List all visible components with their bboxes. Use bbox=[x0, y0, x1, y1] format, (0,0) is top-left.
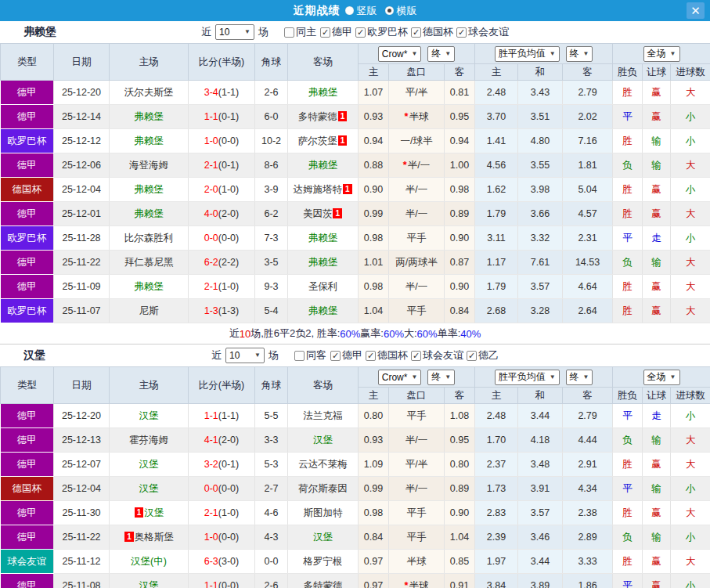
result-goals: 大 bbox=[671, 202, 710, 226]
team-link[interactable]: 汉堡 bbox=[139, 483, 159, 494]
league-filter-0[interactable]: ✓德甲 bbox=[320, 25, 352, 39]
team-link[interactable]: 弗赖堡 bbox=[308, 160, 338, 171]
league-checkbox[interactable]: ✓ bbox=[467, 351, 477, 361]
league-filters: ✓德甲✓欧罗巴杯✓德国杯✓球会友谊 bbox=[320, 25, 509, 39]
final-score: 3-4 bbox=[204, 87, 218, 98]
score-cell: 2-1(1-0) bbox=[189, 275, 255, 299]
team-link[interactable]: 沃尔夫斯堡 bbox=[124, 87, 174, 98]
same-venue-filter[interactable]: 同主 bbox=[284, 25, 316, 39]
titlebar: 近期战绩 竖版横版 ✕ bbox=[0, 0, 710, 21]
team-link[interactable]: 弗赖堡 bbox=[308, 233, 338, 243]
odds-final-select[interactable]: 终 ▼ bbox=[566, 46, 593, 62]
league-filter-1[interactable]: ✓德国杯 bbox=[366, 348, 408, 363]
match-date: 25-11-08 bbox=[54, 574, 110, 588]
handicap-line: *半球 bbox=[389, 105, 445, 129]
odds-draw: 3.43 bbox=[518, 81, 563, 105]
league-checkbox[interactable]: ✓ bbox=[411, 351, 421, 361]
odds-win: 4.56 bbox=[475, 153, 518, 178]
match-scope-select[interactable]: 全场 ▼ bbox=[643, 46, 680, 62]
result-handicap: 输 bbox=[643, 153, 671, 178]
match-scope-select[interactable]: 全场 ▼ bbox=[643, 370, 680, 385]
match-count-value: 10 bbox=[219, 27, 229, 38]
team-link[interactable]: 弗赖堡 bbox=[308, 87, 338, 98]
league-filter-2[interactable]: ✓球会友谊 bbox=[411, 348, 463, 363]
team-link[interactable]: 荷尔斯泰因 bbox=[298, 483, 348, 494]
team-link[interactable]: 弗赖堡 bbox=[134, 111, 164, 122]
handicap-final-select[interactable]: 终 ▼ bbox=[427, 46, 455, 62]
league-checkbox[interactable]: ✓ bbox=[411, 27, 421, 38]
summary-part: 40% bbox=[460, 328, 481, 340]
league-checkbox[interactable]: ✓ bbox=[366, 351, 376, 361]
team-link[interactable]: 萨尔茨堡 bbox=[298, 135, 337, 146]
team-link[interactable]: 多特蒙德 bbox=[298, 111, 337, 122]
team-link[interactable]: 尼斯 bbox=[139, 305, 159, 316]
half-time-score: (0-0) bbox=[218, 532, 239, 543]
same-venue-filter[interactable]: 同客 bbox=[294, 348, 326, 363]
same-venue-checkbox[interactable] bbox=[294, 351, 305, 361]
team-link[interactable]: 比尔森胜利 bbox=[124, 233, 174, 243]
team-link[interactable]: 弗赖堡 bbox=[308, 305, 338, 316]
home-team-cell: 拜仁慕尼黑 bbox=[110, 251, 189, 275]
team-link[interactable]: 美因茨 bbox=[303, 208, 333, 219]
league-filter-3[interactable]: ✓球会友谊 bbox=[456, 25, 509, 39]
odds-average-select[interactable]: 胜平负均值 ▼ bbox=[495, 46, 560, 62]
team-link[interactable]: 海登海姆 bbox=[129, 160, 168, 171]
team-link[interactable]: 汉堡 bbox=[139, 459, 159, 470]
team-link[interactable]: 弗赖堡 bbox=[308, 257, 338, 268]
match-date: 25-11-07 bbox=[54, 299, 110, 323]
team-link[interactable]: 弗赖堡 bbox=[134, 208, 164, 219]
handicap-home-odds: 0.80 bbox=[359, 404, 389, 428]
bookmaker-select[interactable]: Crow* ▼ bbox=[378, 370, 422, 385]
match-count-select[interactable]: 10 ▼ bbox=[215, 24, 254, 40]
league-checkbox[interactable]: ✓ bbox=[456, 27, 467, 38]
odds-average-select[interactable]: 胜平负均值 ▼ bbox=[495, 370, 560, 385]
team-link[interactable]: 奥格斯堡 bbox=[135, 532, 174, 543]
team-link[interactable]: 斯图加特 bbox=[304, 507, 343, 518]
bookmaker-select-value: Crow* bbox=[382, 372, 408, 383]
team-link[interactable]: 霍芬海姆 bbox=[129, 435, 168, 446]
final-score: 0-0 bbox=[204, 483, 218, 494]
team-link[interactable]: 弗赖堡 bbox=[134, 281, 164, 292]
team-link[interactable]: 汉堡 bbox=[139, 580, 159, 588]
team-link[interactable]: 达姆施塔特 bbox=[293, 184, 342, 195]
team-link[interactable]: 圣保利 bbox=[308, 281, 338, 292]
team-link[interactable]: 汉堡 bbox=[139, 410, 159, 421]
league-checkbox[interactable]: ✓ bbox=[355, 27, 366, 38]
league-filter-3[interactable]: ✓德乙 bbox=[467, 348, 499, 363]
odds-lose: 4.34 bbox=[563, 477, 613, 501]
league-checkbox[interactable]: ✓ bbox=[330, 351, 341, 361]
radio-vertical-layout[interactable]: 竖版 bbox=[345, 4, 377, 18]
team-link[interactable]: 弗赖堡 bbox=[134, 135, 164, 146]
competition-type: 欧罗巴杯 bbox=[1, 226, 54, 251]
team-link[interactable]: 法兰克福 bbox=[304, 410, 343, 421]
handicap-away-odds: 0.87 bbox=[445, 251, 475, 275]
match-row: 德甲 25-12-13 霍芬海姆 4-1(2-0) 3-3 汉堡 0.93 半/… bbox=[1, 428, 710, 453]
match-count-select[interactable]: 10 ▼ bbox=[225, 348, 265, 363]
team-link[interactable]: 汉堡 bbox=[144, 507, 164, 518]
close-button[interactable]: ✕ bbox=[687, 2, 705, 19]
odds-win: 1.79 bbox=[475, 202, 518, 226]
team-link[interactable]: 云达不莱梅 bbox=[298, 459, 348, 470]
league-filter-1[interactable]: ✓欧罗巴杯 bbox=[355, 25, 408, 39]
radio-icon[interactable] bbox=[345, 6, 354, 15]
radio-horizontal-layout[interactable]: 横版 bbox=[385, 4, 417, 18]
bookmaker-select[interactable]: Crow* ▼ bbox=[378, 46, 422, 62]
team-link[interactable]: 格罗宁根 bbox=[304, 556, 343, 567]
handicap-final-select[interactable]: 终 ▼ bbox=[427, 370, 455, 385]
league-filter-0[interactable]: ✓德甲 bbox=[330, 348, 362, 363]
handicap-home-odds: 0.93 bbox=[359, 105, 389, 129]
radio-icon[interactable] bbox=[385, 6, 394, 15]
odds-draw: 3.44 bbox=[518, 550, 563, 574]
league-filter-2[interactable]: ✓德国杯 bbox=[411, 25, 453, 39]
same-venue-checkbox[interactable] bbox=[284, 27, 294, 38]
odds-final-select[interactable]: 终 ▼ bbox=[566, 370, 593, 385]
team-link[interactable]: 拜仁慕尼黑 bbox=[124, 257, 174, 268]
team-link[interactable]: 弗赖堡 bbox=[134, 184, 164, 195]
odds-win: 2.68 bbox=[475, 299, 518, 323]
team-link[interactable]: 多特蒙德 bbox=[304, 580, 343, 588]
team-link[interactable]: 汉堡 bbox=[313, 532, 333, 543]
team-link[interactable]: 汉堡(中) bbox=[131, 556, 167, 567]
league-checkbox[interactable]: ✓ bbox=[320, 27, 330, 38]
team-link[interactable]: 汉堡 bbox=[313, 435, 333, 446]
away-team-cell: 多特蒙德 bbox=[288, 574, 359, 588]
